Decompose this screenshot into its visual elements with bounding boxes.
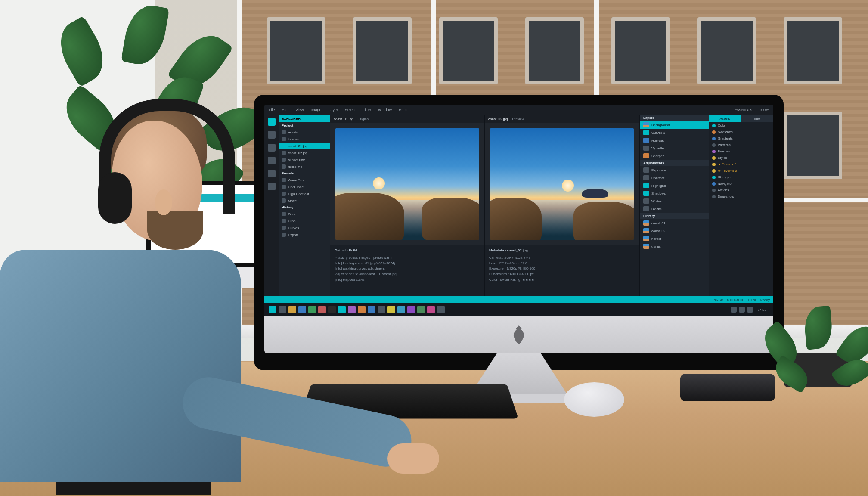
metadata-console[interactable]: Metadata · coast_02.jpgCamera : SONY ILC…: [485, 245, 639, 296]
taskbar-map-icon[interactable]: [437, 306, 445, 313]
menu-edit[interactable]: Edit: [282, 108, 289, 112]
sidebar-item[interactable]: sunset.raw: [279, 156, 330, 163]
panel-item[interactable]: Vignette: [640, 144, 709, 152]
editor-tab[interactable]: Preview: [512, 117, 524, 121]
assets-item[interactable]: Gradients: [709, 135, 773, 142]
sidebar-item[interactable]: images: [279, 136, 330, 143]
taskbar-settings-icon[interactable]: [378, 306, 385, 313]
assets-item[interactable]: ★ Favorite 1: [709, 161, 773, 167]
debug-icon[interactable]: [268, 157, 276, 164]
assets-item[interactable]: Histogram: [709, 174, 773, 180]
search-icon[interactable]: [268, 131, 276, 139]
menu-window[interactable]: Window: [378, 108, 392, 112]
taskbar-music-icon[interactable]: [358, 306, 366, 313]
assets-item[interactable]: Snapshots: [709, 193, 773, 200]
assets-item[interactable]: Brushes: [709, 148, 773, 155]
menu-image[interactable]: Image: [310, 108, 321, 112]
status-item[interactable]: Ready: [760, 298, 770, 302]
panel-item[interactable]: dunes: [640, 242, 709, 250]
sidebar-item[interactable]: Curves: [279, 224, 330, 231]
panel-item[interactable]: Highlights: [640, 182, 709, 189]
editor-tab[interactable]: coast_01.jpg: [334, 117, 353, 121]
sidebar-item[interactable]: High Contrast: [279, 190, 330, 197]
sidebar-item[interactable]: notes.md: [279, 163, 330, 170]
extensions-icon[interactable]: [268, 170, 276, 177]
panel-item[interactable]: Background: [640, 121, 709, 129]
menubar-right-item[interactable]: Essentials: [735, 108, 752, 112]
taskbar-files-icon[interactable]: [288, 306, 296, 313]
tray-vol-icon[interactable]: [739, 307, 745, 313]
output-console[interactable]: Output · Build> task: process-images --p…: [330, 245, 484, 296]
taskbar-photos-icon[interactable]: [348, 306, 356, 313]
panel-section-library[interactable]: Library: [640, 213, 709, 219]
sidebar-item[interactable]: Cool Tone: [279, 183, 330, 190]
menu-filter[interactable]: Filter: [363, 108, 371, 112]
panel-item[interactable]: Blacks: [640, 205, 709, 213]
taskbar-cloud-icon[interactable]: [397, 306, 405, 313]
panel-section-layers[interactable]: Layers: [640, 115, 709, 121]
settings-icon[interactable]: [268, 183, 276, 190]
taskbar-cam-icon[interactable]: [427, 306, 435, 313]
taskbar-folder-icon[interactable]: [388, 306, 395, 313]
assets-item[interactable]: Color: [709, 122, 773, 129]
panel-item[interactable]: coast_02: [640, 227, 709, 235]
sidebar-section-project[interactable]: Project: [279, 122, 330, 129]
taskbar-chat-icon[interactable]: [368, 306, 375, 313]
sidebar-item[interactable]: assets: [279, 129, 330, 136]
taskbar-terminal-icon[interactable]: [328, 306, 336, 313]
menu-help[interactable]: Help: [399, 108, 407, 112]
sidebar-item[interactable]: Matte: [279, 197, 330, 204]
tray-net-icon[interactable]: [731, 307, 737, 313]
taskbar-search-icon[interactable]: [279, 306, 286, 313]
panel-item[interactable]: coast_01: [640, 219, 709, 227]
menubar-right-item[interactable]: 100%: [759, 108, 769, 112]
menu-layer[interactable]: Layer: [328, 108, 338, 112]
editor-tab[interactable]: Original: [357, 117, 369, 121]
source-icon[interactable]: [268, 144, 276, 152]
taskbar-clock[interactable]: 14:32: [755, 308, 769, 312]
panel-item[interactable]: Exposure: [640, 166, 709, 174]
menu-file[interactable]: File: [269, 108, 275, 112]
files-icon[interactable]: [268, 118, 276, 126]
sidebar-item[interactable]: coast_02.jpg: [279, 149, 330, 156]
menu-view[interactable]: View: [295, 108, 304, 112]
taskbar-browser-icon[interactable]: [298, 306, 306, 313]
panel-item[interactable]: Whites: [640, 197, 709, 205]
panel-section-adjustments[interactable]: Adjustments: [640, 160, 709, 166]
sidebar-item[interactable]: coast_01.jpg: [279, 143, 330, 149]
tray-batt-icon[interactable]: [747, 307, 753, 313]
assets-item[interactable]: ★ Favorite 2: [709, 167, 773, 174]
assets-tab-info[interactable]: Info: [741, 115, 773, 122]
assets-tab-assets[interactable]: Assets: [709, 115, 741, 122]
panel-item[interactable]: Hue/Sat: [640, 136, 709, 144]
panel-item[interactable]: Shadows: [640, 189, 709, 197]
panel-item[interactable]: Contrast: [640, 174, 709, 182]
sidebar-section-history[interactable]: History: [279, 204, 330, 211]
sidebar-item[interactable]: Warm Tone: [279, 177, 330, 183]
panel-item[interactable]: Curves 1: [640, 129, 709, 136]
image-preview[interactable]: [485, 123, 639, 245]
status-item[interactable]: sRGB: [714, 298, 723, 302]
sidebar-item[interactable]: Export: [279, 231, 330, 238]
sidebar-item[interactable]: Open: [279, 211, 330, 217]
assets-item[interactable]: Patterns: [709, 142, 773, 148]
menu-select[interactable]: Select: [345, 108, 356, 112]
sidebar-item[interactable]: Crop: [279, 217, 330, 224]
editor-tab[interactable]: coast_02.jpg: [488, 117, 508, 121]
panel-item[interactable]: harbor: [640, 235, 709, 242]
taskbar-start-icon[interactable]: [269, 306, 276, 313]
assets-item[interactable]: Actions: [709, 187, 773, 193]
taskbar-mail-icon[interactable]: [308, 306, 316, 313]
sidebar-section-presets[interactable]: Presets: [279, 170, 330, 177]
taskbar-store-icon[interactable]: [318, 306, 326, 313]
assets-item[interactable]: Navigator: [709, 180, 773, 187]
assets-item[interactable]: Swatches: [709, 129, 773, 135]
image-preview[interactable]: [330, 123, 484, 245]
taskbar-editor-icon[interactable]: [338, 306, 346, 313]
taskbar-pad-icon[interactable]: [407, 306, 415, 313]
taskbar-calc-icon[interactable]: [417, 306, 425, 313]
status-item[interactable]: 100%: [747, 298, 756, 302]
assets-item[interactable]: Styles: [709, 155, 773, 161]
status-item[interactable]: 6000×4000: [727, 298, 744, 302]
panel-item[interactable]: Sharpen: [640, 152, 709, 160]
